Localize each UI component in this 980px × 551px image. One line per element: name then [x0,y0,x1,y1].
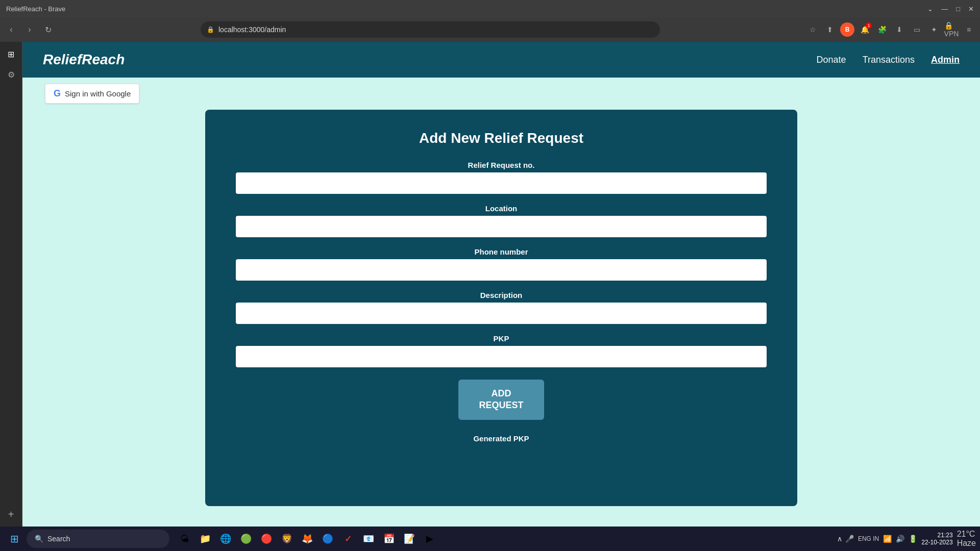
app-navbar: ReliefReach Donate Transactions Admin [22,42,980,78]
label-pkp: PKP [236,334,767,343]
taskbar-app-brave[interactable]: 🦁 [278,530,296,548]
form-title: Add New Relief Request [236,130,767,146]
nav-link-admin[interactable]: Admin [931,55,960,65]
lock-icon: 🔒 [207,26,214,33]
nav-link-transactions[interactable]: Transactions [863,55,915,65]
menu-button[interactable]: ≡ [962,22,976,37]
minimize-button[interactable]: — [941,5,948,13]
browser-title: ReliefReach - Brave [6,5,65,13]
taskbar-system: ∧ 🎤 ENG IN 📶 🔊 🔋 21:23 22-10-2023 21°C H… [837,530,976,548]
taskbar-app-music[interactable]: ▶ [421,530,439,548]
google-signin-label: Sign in with Google [65,89,131,98]
browser-titlebar: ReliefReach - Brave ⌄ — □ ✕ [0,0,980,17]
sidebar-tabs-icon[interactable]: ⊞ [3,46,19,62]
taskbar-apps: 🌤 📁 🌐 🟢 🔴 🦁 🦊 🔵 ✓ 📧 📅 📝 ▶ [176,530,439,548]
input-description[interactable] [236,303,767,324]
weather-temp: 21°C [957,530,976,539]
taskbar-app-outlook[interactable]: 📅 [380,530,398,548]
add-request-button[interactable]: ADDREQUEST [458,380,544,420]
address-bar[interactable]: 🔒 localhost:3000/admin [201,21,660,38]
wifi-icon[interactable]: 📶 [883,535,892,543]
taskbar-weather: 21°C Haze [957,530,976,548]
app-logo: ReliefReach [43,52,125,68]
forward-button[interactable]: › [22,22,37,37]
input-relief-request-no[interactable] [236,172,767,194]
browser-sidebar: ⊞ ⚙ + [0,42,22,527]
sidebar-panel-button[interactable]: ▭ [910,22,924,37]
taskbar: ⊞ 🔍 Search 🌤 📁 🌐 🟢 🔴 🦁 🦊 🔵 ✓ 📧 📅 📝 ▶ ∧ [0,527,980,551]
form-group-description: Description [236,291,767,324]
restore-button[interactable]: □ [956,5,960,13]
extensions-button[interactable]: 🧩 [875,22,889,37]
sidebar-add-icon[interactable]: + [3,506,19,522]
start-button[interactable]: ⊞ [4,529,24,549]
taskbar-app-chrome2[interactable]: 🟢 [237,530,255,548]
taskbar-app-chrome[interactable]: 🌐 [216,530,235,548]
nav-link-donate[interactable]: Donate [817,55,846,65]
label-description: Description [236,291,767,299]
form-group-relief-request-no: Relief Request no. [236,161,767,194]
refresh-button[interactable]: ↻ [41,22,55,37]
label-phone-number: Phone number [236,247,767,256]
input-pkp[interactable] [236,346,767,367]
form-group-pkp: PKP [236,334,767,367]
brave-icon: B [840,22,854,37]
sidebar-settings-icon[interactable]: ⚙ [3,66,19,83]
input-phone-number[interactable] [236,259,767,281]
google-signin-button[interactable]: G Sign in with Google [45,84,139,104]
clock-time: 21:23 [921,532,952,539]
clock-date: 22-10-2023 [921,539,952,546]
taskbar-app-weather[interactable]: 🌤 [176,530,194,548]
tab-list-button[interactable]: ⌄ [927,5,933,13]
taskbar-search-box[interactable]: 🔍 Search [27,530,169,548]
web-content: ReliefReach Donate Transactions Admin G … [22,42,980,527]
generated-pkp-label: Generated PKP [236,434,767,443]
taskbar-search-text: Search [47,535,70,543]
app-main: Add New Relief Request Relief Request no… [22,110,980,527]
title-controls: ⌄ — □ ✕ [927,5,974,13]
back-button[interactable]: ‹ [4,22,18,37]
share-button[interactable]: ⬆ [823,22,837,37]
taskbar-app-notes[interactable]: 📝 [400,530,419,548]
taskbar-app-git[interactable]: ✓ [339,530,357,548]
weather-condition: Haze [957,539,976,548]
label-location: Location [236,204,767,213]
google-g-icon: G [54,88,61,99]
input-location[interactable] [236,216,767,237]
browser-toolbar: ‹ › ↻ 🔒 localhost:3000/admin ☆ ⬆ B 🔔 🧩 ⬇… [0,17,980,42]
vpn-button[interactable]: 🔒 VPN [944,22,959,37]
taskbar-app-files[interactable]: 📁 [196,530,214,548]
browser-body: ⊞ ⚙ + ReliefReach Donate Transactions Ad… [0,42,980,527]
windows-icon: ⊞ [10,533,19,545]
leo-button[interactable]: ✦ [927,22,941,37]
taskbar-app-chrome3[interactable]: 🔴 [257,530,276,548]
toolbar-actions: ☆ ⬆ B 🔔 🧩 ⬇ ▭ ✦ 🔒 VPN ≡ [805,22,976,37]
form-group-location: Location [236,204,767,237]
sys-tray-icons: ∧ 🎤 [837,535,854,543]
label-relief-request-no: Relief Request no. [236,161,767,169]
volume-icon[interactable]: 🔊 [896,535,904,543]
close-button[interactable]: ✕ [968,5,974,13]
taskbar-search-icon: 🔍 [35,535,43,543]
sys-tray-expand[interactable]: ∧ [837,535,842,543]
taskbar-clock[interactable]: 21:23 22-10-2023 [921,532,952,546]
bookmark-button[interactable]: ☆ [805,22,820,37]
language-indicator: ENG IN [858,535,879,542]
sys-mic-icon[interactable]: 🎤 [845,535,854,543]
app-nav-links: Donate Transactions Admin [817,55,960,65]
download-button[interactable]: ⬇ [892,22,906,37]
battery-icon[interactable]: 🔋 [909,535,917,543]
taskbar-app-code[interactable]: 🔵 [318,530,337,548]
form-card: Add New Relief Request Relief Request no… [205,110,797,506]
url-text: localhost:3000/admin [218,26,286,34]
taskbar-app-mail[interactable]: 📧 [359,530,378,548]
form-group-phone-number: Phone number [236,247,767,281]
browser-window: ReliefReach - Brave ⌄ — □ ✕ ‹ › ↻ 🔒 loca… [0,0,980,551]
notifications-button[interactable]: 🔔 [857,22,872,37]
taskbar-app-firefox[interactable]: 🦊 [298,530,316,548]
